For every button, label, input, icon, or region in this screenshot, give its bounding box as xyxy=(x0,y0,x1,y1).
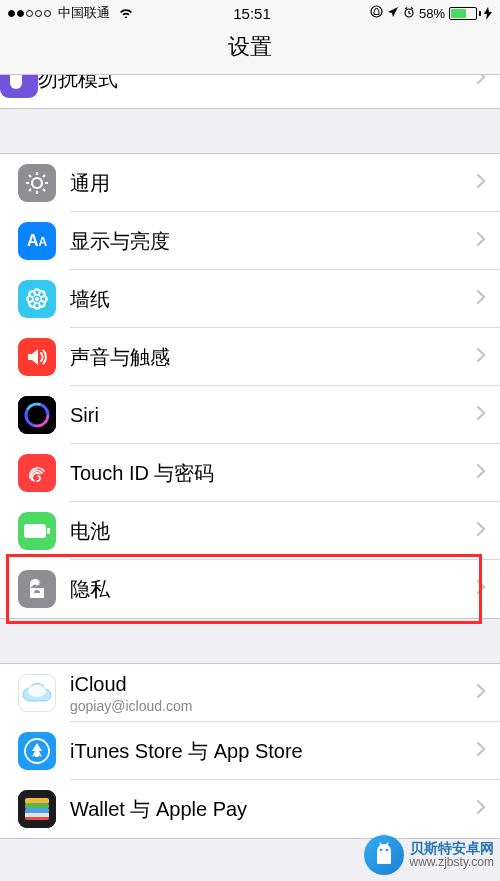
general-icon xyxy=(18,164,56,202)
svg-point-4 xyxy=(35,297,39,301)
privacy-icon xyxy=(18,570,56,608)
settings-group: 通用AA显示与亮度墙纸声音与触感SiriTouch ID 与密码电池隐私 xyxy=(0,153,500,619)
svg-rect-17 xyxy=(24,524,46,538)
row-privacy[interactable]: 隐私 xyxy=(0,560,500,618)
chevron-right-icon xyxy=(476,289,486,309)
siri-icon xyxy=(18,396,56,434)
chevron-right-icon xyxy=(476,347,486,367)
row-itunes[interactable]: iTunes Store 与 App Store xyxy=(0,722,500,780)
row-icloud[interactable]: iCloudgopiay@icloud.com xyxy=(0,664,500,722)
row-label: 声音与触感 xyxy=(70,345,476,369)
chevron-right-icon xyxy=(476,231,486,251)
orientation-lock-icon xyxy=(370,5,383,21)
svg-point-30 xyxy=(385,849,388,852)
row-dnd[interactable]: 勿扰模式 xyxy=(0,75,500,108)
watermark-url: www.zjbsty.com xyxy=(410,856,494,869)
svg-point-21 xyxy=(28,685,46,697)
row-battery[interactable]: 电池 xyxy=(0,502,500,560)
row-label: 勿扰模式 xyxy=(38,75,476,91)
chevron-right-icon xyxy=(476,463,486,483)
battery-icon xyxy=(449,7,492,20)
location-icon xyxy=(387,6,399,21)
svg-point-29 xyxy=(379,849,382,852)
row-label: iTunes Store 与 App Store xyxy=(70,739,476,763)
row-label: 电池 xyxy=(70,519,476,543)
row-sounds[interactable]: 声音与触感 xyxy=(0,328,500,386)
row-wallpaper[interactable]: 墙纸 xyxy=(0,270,500,328)
row-label: iCloud xyxy=(70,672,476,696)
svg-rect-18 xyxy=(47,528,50,534)
wallet-icon xyxy=(18,790,56,828)
row-touchid[interactable]: Touch ID 与密码 xyxy=(0,444,500,502)
settings-group: iCloudgopiay@icloud.comiTunes Store 与 Ap… xyxy=(0,663,500,839)
chevron-right-icon xyxy=(476,741,486,761)
settings-list[interactable]: 勿扰模式 通用AA显示与亮度墙纸声音与触感SiriTouch ID 与密码电池隐… xyxy=(0,75,500,839)
row-label: Touch ID 与密码 xyxy=(70,461,476,485)
svg-rect-13 xyxy=(18,396,56,434)
row-general[interactable]: 通用 xyxy=(0,154,500,212)
row-label: 通用 xyxy=(70,171,476,195)
row-label: Wallet 与 Apple Pay xyxy=(70,797,476,821)
icloud-icon xyxy=(18,674,56,712)
moon-icon xyxy=(0,75,38,98)
page-title: 设置 xyxy=(0,26,500,75)
row-label: 显示与亮度 xyxy=(70,229,476,253)
chevron-right-icon xyxy=(476,173,486,193)
touchid-icon xyxy=(18,454,56,492)
row-label: Siri xyxy=(70,403,476,427)
row-sublabel: gopiay@icloud.com xyxy=(70,698,476,714)
signal-strength-icon xyxy=(8,10,51,17)
svg-rect-28 xyxy=(25,813,49,817)
wallpaper-icon xyxy=(18,280,56,318)
chevron-right-icon xyxy=(476,683,486,703)
svg-point-2 xyxy=(32,178,42,188)
sounds-icon xyxy=(18,338,56,376)
chevron-right-icon xyxy=(476,405,486,425)
status-left: 中国联通 xyxy=(8,4,134,22)
row-label: 墙纸 xyxy=(70,287,476,311)
svg-point-0 xyxy=(371,6,382,17)
watermark: 贝斯特安卓网 www.zjbsty.com xyxy=(364,835,494,875)
chevron-right-icon xyxy=(476,75,486,89)
carrier-label: 中国联通 xyxy=(58,4,110,22)
battery-percent: 58% xyxy=(419,6,445,21)
display-icon: AA xyxy=(18,222,56,260)
watermark-brand: 贝斯特安卓网 xyxy=(410,841,494,856)
chevron-right-icon xyxy=(476,579,486,599)
alarm-icon xyxy=(403,6,415,21)
row-siri[interactable]: Siri xyxy=(0,386,500,444)
status-right: 58% xyxy=(370,5,492,21)
row-wallet[interactable]: Wallet 与 Apple Pay xyxy=(0,780,500,838)
row-label: 隐私 xyxy=(70,577,476,601)
watermark-logo-icon xyxy=(364,835,404,875)
wifi-icon xyxy=(118,5,134,21)
chevron-right-icon xyxy=(476,521,486,541)
settings-group: 勿扰模式 xyxy=(0,75,500,109)
battery-icon xyxy=(18,512,56,550)
chevron-right-icon xyxy=(476,799,486,819)
itunes-icon xyxy=(18,732,56,770)
status-bar: 中国联通 15:51 58% xyxy=(0,0,500,26)
row-display[interactable]: AA显示与亮度 xyxy=(0,212,500,270)
status-time: 15:51 xyxy=(134,5,370,22)
